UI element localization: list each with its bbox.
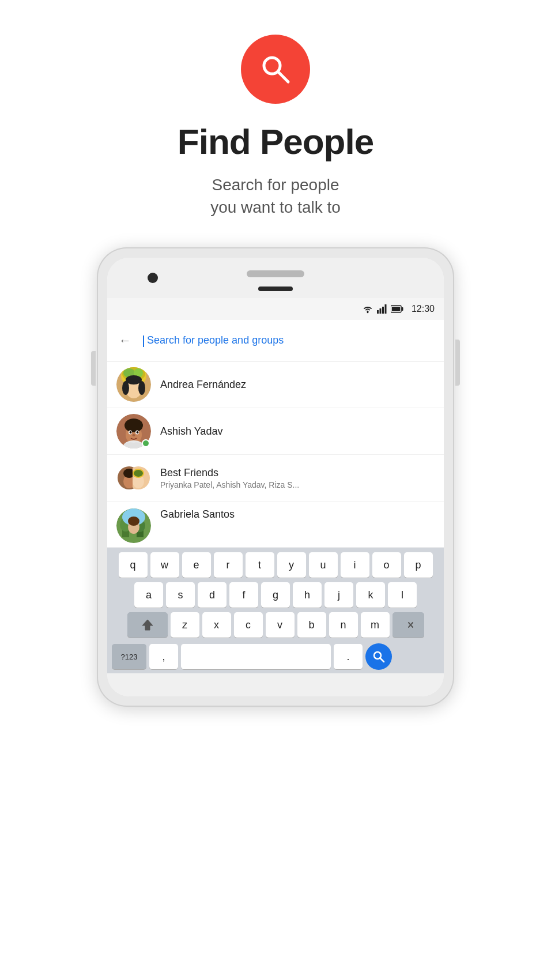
contact-item-best-friends[interactable]: Best Friends Priyanka Patel, Ashish Yada… [107,455,444,502]
back-button[interactable]: ← [116,333,134,348]
key-comma[interactable]: , [149,644,178,669]
contact-name-andrea: Andrea Fernández [160,379,435,391]
key-w[interactable]: w [150,552,179,578]
avatar-group-best-friends [116,461,151,495]
key-shift[interactable] [127,612,168,638]
avatar-gabriela-svg [116,508,151,543]
svg-point-26 [133,434,135,436]
svg-rect-8 [401,307,403,311]
search-placeholder: Search for people and groups [147,334,284,346]
key-delete[interactable] [393,612,424,638]
avatar-andrea [116,367,151,402]
battery-icon [391,305,403,313]
avatar-wrapper-best-friends [116,461,151,495]
key-a[interactable]: a [134,582,163,608]
avatar-wrapper-andrea [116,367,151,402]
phone-top-bezel [107,258,444,298]
phone-earpiece [258,287,293,291]
key-search[interactable] [365,643,392,670]
svg-point-24 [130,431,132,434]
key-r[interactable]: r [214,552,243,578]
key-v[interactable]: v [266,612,295,638]
contact-name-gabriela: Gabriela Santos [160,508,435,521]
page-title: Find People [178,121,373,162]
avatar-wrapper-gabriela [116,508,151,543]
key-t[interactable]: t [246,552,274,578]
contact-item-andrea[interactable]: Andrea Fernández [107,361,444,408]
phone-camera [148,273,158,283]
keyboard-bottom-row: ?123 , . [110,642,441,671]
key-d[interactable]: d [198,582,227,608]
key-z[interactable]: z [171,612,199,638]
contact-subtitle-best-friends: Priyanka Patel, Ashish Yadav, Riza S... [160,480,379,489]
keyboard[interactable]: q w e r t y u i o p a s [107,548,444,673]
svg-rect-9 [392,307,400,311]
shift-icon [141,619,154,631]
key-c[interactable]: c [234,612,263,638]
svg-point-21 [124,419,143,432]
svg-rect-5 [382,307,384,314]
contact-info-andrea: Andrea Fernández [160,379,435,391]
svg-point-18 [126,375,142,385]
avatar-wrapper-ashish [116,414,151,448]
feature-icon-circle [241,35,310,104]
key-e[interactable]: e [182,552,211,578]
phone-body: 12:30 ← Search for people and groups [97,247,454,707]
avatar-andrea-svg [116,367,151,402]
key-space[interactable] [181,644,331,669]
key-i[interactable]: i [341,552,369,578]
key-u[interactable]: u [309,552,338,578]
contact-info-best-friends: Best Friends Priyanka Patel, Ashish Yada… [160,467,435,489]
svg-line-47 [380,658,384,662]
key-f[interactable]: f [229,582,258,608]
contact-item-ashish[interactable]: Ashish Yadav [107,408,444,455]
online-indicator-ashish [142,439,150,447]
key-o[interactable]: o [372,552,401,578]
svg-point-2 [367,311,368,313]
status-time: 12:30 [412,304,435,314]
key-n[interactable]: n [329,612,358,638]
keyboard-row-1: q w e r t y u i o p [110,552,441,578]
key-h[interactable]: h [293,582,322,608]
signal-icon [377,304,387,314]
delete-icon [401,620,415,630]
search-bar[interactable]: ← Search for people and groups [107,320,444,361]
page-subtitle: Search for people you want to talk to [210,174,341,218]
phone-screen: 12:30 ← Search for people and groups [107,298,444,673]
key-g[interactable]: g [261,582,290,608]
key-p[interactable]: p [404,552,433,578]
svg-marker-45 [142,620,153,630]
key-m[interactable]: m [361,612,390,638]
key-l[interactable]: l [388,582,417,608]
contact-info-gabriela: Gabriela Santos [160,508,435,521]
key-b[interactable]: b [297,612,326,638]
contact-info-ashish: Ashish Yadav [160,425,435,438]
key-j[interactable]: j [324,582,353,608]
svg-point-36 [134,470,143,477]
svg-rect-3 [377,310,379,314]
phone-bottom-bezel [107,673,444,696]
search-input[interactable]: Search for people and groups [143,334,435,346]
key-q[interactable]: q [119,552,148,578]
key-s[interactable]: s [166,582,195,608]
phone-mockup: 12:30 ← Search for people and groups [91,247,460,707]
key-period[interactable]: . [334,644,363,669]
key-x[interactable]: x [202,612,231,638]
search-icon [258,52,293,86]
key-numbers[interactable]: ?123 [112,644,146,669]
key-y[interactable]: y [277,552,306,578]
svg-line-1 [278,71,288,82]
key-k[interactable]: k [356,582,385,608]
top-section: Find People Search for people you want t… [0,0,551,247]
contact-list: Andrea Fernández [107,361,444,548]
contact-name-best-friends: Best Friends [160,467,435,479]
search-cursor [143,336,144,347]
svg-rect-4 [379,308,381,314]
keyboard-row-3: z x c v b n m [110,612,441,638]
svg-rect-6 [384,304,386,314]
contact-name-ashish: Ashish Yadav [160,425,435,438]
phone-inner: 12:30 ← Search for people and groups [107,258,444,696]
contact-item-gabriela[interactable]: Gabriela Santos [107,502,444,548]
svg-point-44 [128,517,139,526]
status-bar: 12:30 [107,298,444,320]
